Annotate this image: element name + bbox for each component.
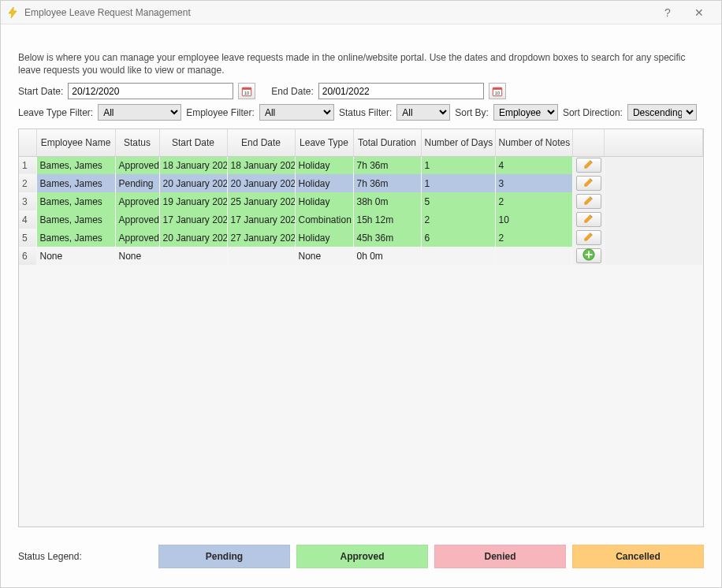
add-row-button[interactable] xyxy=(576,248,601,263)
end-date-input[interactable] xyxy=(318,83,484,99)
cell-action xyxy=(572,229,604,247)
col-start[interactable]: Start Date xyxy=(159,129,227,156)
cell-start: 17 January 2021 xyxy=(159,210,227,229)
grid-header-row: Employee Name Status Start Date End Date… xyxy=(19,129,703,156)
calendar-icon: 10 xyxy=(492,86,503,97)
cell-duration: 38h 0m xyxy=(353,192,421,210)
end-date-label: End Date: xyxy=(271,86,313,97)
cell-duration: 7h 36m xyxy=(353,174,421,192)
cell-notes xyxy=(495,247,572,265)
table-row[interactable]: 2Bames, JamesPending20 January 202120 Ja… xyxy=(19,174,703,192)
col-status[interactable]: Status xyxy=(115,129,159,156)
sort-direction-select[interactable]: Descending xyxy=(627,104,697,121)
cell-end: 20 January 2021 xyxy=(227,174,295,192)
svg-rect-2 xyxy=(243,87,251,90)
cell-type: Holiday xyxy=(295,156,353,174)
plus-icon xyxy=(582,248,595,263)
table-row[interactable]: 4Bames, JamesApproved17 January 202117 J… xyxy=(19,210,703,229)
edit-row-button[interactable] xyxy=(576,158,601,173)
cell-status: None xyxy=(115,247,159,265)
pencil-icon xyxy=(583,231,594,244)
cell-action xyxy=(572,174,604,192)
intro-text: Below is where you can manage your emplo… xyxy=(18,51,704,76)
cell-days xyxy=(421,247,495,265)
col-end[interactable]: End Date xyxy=(227,129,295,156)
svg-rect-9 xyxy=(585,254,592,255)
start-date-calendar-button[interactable]: 10 xyxy=(238,83,255,99)
cell-end: 18 January 2021 xyxy=(227,156,295,174)
table-row[interactable]: 5Bames, JamesApproved20 January 202127 J… xyxy=(19,229,703,247)
cell-end: 25 January 2021 xyxy=(227,192,295,210)
cell-employee: Bames, James xyxy=(36,229,115,247)
employee-filter-label: Employee Filter: xyxy=(186,107,255,118)
table-row[interactable]: 3Bames, JamesApproved19 January 202125 J… xyxy=(19,192,703,210)
cell-status: Pending xyxy=(115,174,159,192)
sort-by-select[interactable]: Employee xyxy=(493,104,558,121)
leave-requests-grid[interactable]: Employee Name Status Start Date End Date… xyxy=(18,128,704,527)
cell-action xyxy=(572,156,604,174)
edit-row-button[interactable] xyxy=(576,176,601,191)
svg-marker-0 xyxy=(9,7,17,18)
cell-notes: 4 xyxy=(495,156,572,174)
cell-employee: Bames, James xyxy=(36,192,115,210)
sort-by-label: Sort By: xyxy=(455,107,489,118)
table-row[interactable]: 6NoneNoneNone0h 0m xyxy=(19,247,703,265)
titlebar: Employee Leave Request Management ? ✕ xyxy=(1,1,721,24)
cell-days: 6 xyxy=(421,229,495,247)
cell-notes: 2 xyxy=(495,229,572,247)
col-duration[interactable]: Total Duration xyxy=(353,129,421,156)
cell-notes: 2 xyxy=(495,192,572,210)
edit-row-button[interactable] xyxy=(576,212,601,227)
cell-duration: 0h 0m xyxy=(353,247,421,265)
cell-days: 1 xyxy=(421,156,495,174)
cell-type: None xyxy=(295,247,353,265)
cell-days: 2 xyxy=(421,210,495,229)
cell-start: 18 January 2021 xyxy=(159,156,227,174)
start-date-label: Start Date: xyxy=(18,86,63,97)
cell-employee: Bames, James xyxy=(36,174,115,192)
cell-index: 3 xyxy=(19,192,36,210)
cell-start: 20 January 2021 xyxy=(159,229,227,247)
cell-action xyxy=(572,192,604,210)
cell-start: 20 January 2021 xyxy=(159,174,227,192)
cell-employee: None xyxy=(36,247,115,265)
col-employee[interactable]: Employee Name xyxy=(36,129,115,156)
col-action[interactable] xyxy=(572,129,604,156)
cell-status: Approved xyxy=(115,156,159,174)
legend-approved: Approved xyxy=(296,545,428,568)
cell-type: Holiday xyxy=(295,229,353,247)
col-type[interactable]: Leave Type xyxy=(295,129,353,156)
pencil-icon xyxy=(583,195,594,208)
leave-type-filter-select[interactable]: All xyxy=(98,104,181,121)
col-days[interactable]: Number of Days xyxy=(421,129,495,156)
svg-text:10: 10 xyxy=(244,90,249,95)
status-filter-select[interactable]: All xyxy=(396,104,450,121)
legend-pending: Pending xyxy=(158,545,290,568)
close-button[interactable]: ✕ xyxy=(683,1,715,24)
table-row[interactable]: 1Bames, JamesApproved18 January 202118 J… xyxy=(19,156,703,174)
cell-employee: Bames, James xyxy=(36,210,115,229)
end-date-calendar-button[interactable]: 10 xyxy=(489,83,506,99)
window-title: Employee Leave Request Management xyxy=(24,7,191,18)
edit-row-button[interactable] xyxy=(576,194,601,209)
app-window: Employee Leave Request Management ? ✕ Be… xyxy=(0,0,722,588)
svg-rect-5 xyxy=(493,87,501,90)
cell-action xyxy=(572,210,604,229)
pencil-icon xyxy=(583,177,594,190)
cell-notes: 10 xyxy=(495,210,572,229)
cell-index: 5 xyxy=(19,229,36,247)
start-date-input[interactable] xyxy=(68,83,233,99)
cell-index: 1 xyxy=(19,156,36,174)
cell-index: 4 xyxy=(19,210,36,229)
cell-end: 17 January 2021 xyxy=(227,210,295,229)
cell-type: Holiday xyxy=(295,192,353,210)
help-button[interactable]: ? xyxy=(652,1,683,24)
edit-row-button[interactable] xyxy=(576,230,601,245)
cell-employee: Bames, James xyxy=(36,156,115,174)
employee-filter-select[interactable]: All xyxy=(259,104,334,121)
col-notes[interactable]: Number of Notes xyxy=(495,129,572,156)
col-index[interactable] xyxy=(19,129,36,156)
cell-notes: 3 xyxy=(495,174,572,192)
legend-denied: Denied xyxy=(434,545,566,568)
cell-start: 19 January 2021 xyxy=(159,192,227,210)
